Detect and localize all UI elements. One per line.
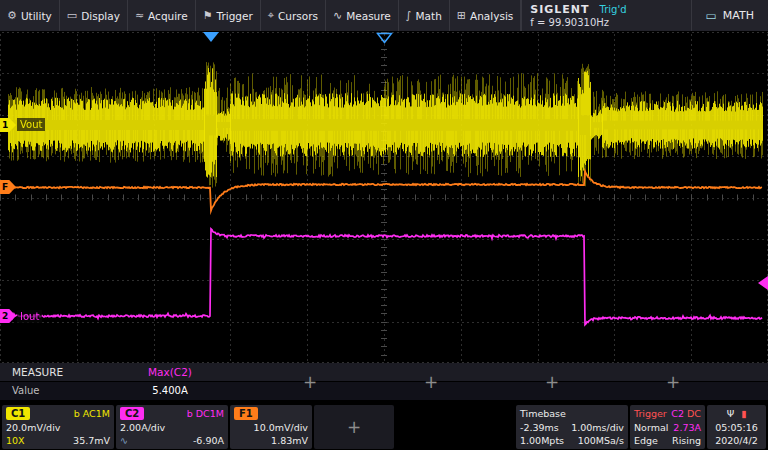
trigger-frequency: f = 99.90310Hz [530, 17, 626, 28]
channel2-panel[interactable]: C2 b DC1M 2.00A/div ∿ -6.90A [116, 405, 228, 449]
measure-panel: MEASURE Value Max(C2) 5.400A + + + + [0, 363, 768, 400]
timebase-scale: 1.00ms/div [571, 421, 624, 434]
trigger-title: Trigger [634, 407, 667, 420]
display-icon: ▭ [67, 9, 77, 22]
menu-item-label: Measure [346, 10, 391, 22]
trigger-mode: Normal [634, 421, 668, 434]
channel1-label: Vout [17, 118, 45, 131]
measure-col-header[interactable]: Max(C2) [110, 366, 230, 378]
menu-item-display[interactable]: ▭ Display [60, 0, 128, 31]
measure-add-slot[interactable]: + [492, 363, 612, 400]
trigger-source: C2 [671, 408, 684, 419]
brand-status-box: SIGLENT Trig'd f = 99.90310Hz [521, 0, 634, 31]
menu-item-label: Acquire [148, 10, 188, 22]
menu-item-math[interactable]: ∫ Math [399, 0, 450, 31]
math-button-label: MATH [723, 9, 754, 22]
add-channel-tile[interactable]: + [314, 405, 394, 449]
c1-scale: 20.0mV/div [6, 421, 60, 434]
status-panel: Ψ ▮ 05:05:16 2020/4/2 [707, 405, 766, 449]
c1-badge: C1 [6, 407, 30, 420]
clock-time: 05:05:16 [715, 421, 758, 434]
menu-item-cursors[interactable]: ⌖ Cursors [261, 0, 326, 31]
measure-icon: ∿ [333, 9, 342, 22]
c2-badge: C2 [120, 407, 144, 420]
c2-coupling: DC1M [196, 408, 224, 419]
menu-item-analysis[interactable]: ⊞ Analysis [450, 0, 521, 31]
trigger-coupling: DC [687, 408, 701, 419]
menu-item-label: Utility [21, 10, 52, 22]
menu-item-label: Analysis [470, 10, 513, 22]
timebase-delay: -2.39ms [520, 421, 559, 434]
c2-offset-value: -6.90A [193, 434, 224, 447]
math-icon: ∫ [406, 9, 412, 22]
c2-bw-indicator: b [187, 408, 193, 419]
math-display-icon: ▭ [706, 9, 717, 23]
measure-add-slot[interactable]: + [250, 363, 370, 400]
measure-add-slot[interactable]: + [613, 363, 733, 400]
cursors-icon: ⌖ [268, 9, 274, 22]
f1-offset-value: 1.83mV [271, 434, 308, 447]
menu-item-label: Cursors [278, 10, 318, 22]
plus-icon: + [347, 417, 361, 437]
c1-probe: 10X [6, 434, 25, 447]
trigger-slope: Rising [672, 434, 701, 447]
menu-bar: ⚙ Utility ▭ Display ≈ Acquire ⚑ Trigger … [0, 0, 768, 32]
usb-icon: Ψ [727, 407, 734, 420]
menu-item-label: Math [416, 10, 442, 22]
waveform-area: 1 Vout F 2 Iout [0, 32, 768, 363]
bottom-bar: C1 b AC1M 20.0mV/div 10X 35.7mV C2 b DC1… [0, 404, 768, 450]
trigger-panel[interactable]: Trigger C2 DC Normal 2.73A Edge Rising [630, 405, 705, 449]
oscilloscope-screen: ⚙ Utility ▭ Display ≈ Acquire ⚑ Trigger … [0, 0, 768, 450]
measure-col-value: 5.400A [110, 385, 230, 396]
channel1-panel[interactable]: C1 b AC1M 20.0mV/div 10X 35.7mV [2, 405, 114, 449]
menu-item-trigger[interactable]: ⚑ Trigger [196, 0, 261, 31]
channel2-label: Iout [17, 310, 42, 323]
measure-add-slot[interactable]: + [371, 363, 491, 400]
brand-logo: SIGLENT [530, 3, 589, 16]
f1-badge: F1 [234, 407, 258, 420]
analysis-icon: ⊞ [457, 9, 466, 22]
c1-offset-value: 35.7mV [73, 434, 110, 447]
trigger-position-marker[interactable] [203, 32, 219, 42]
trigger-status: Trig'd [600, 4, 627, 15]
menu-item-label: Trigger [217, 10, 253, 22]
waveform-canvas [0, 32, 768, 363]
c1-bw-indicator: b [74, 408, 80, 419]
menu-item-label: Display [81, 10, 120, 22]
timebase-samplerate: 100MSa/s [578, 434, 624, 447]
record-icon: ▮ [741, 407, 746, 420]
c2-scale: 2.00A/div [120, 421, 165, 434]
clock-date: 2020/4/2 [715, 434, 758, 447]
f1-scale: 10.0mV/div [254, 421, 308, 434]
acquire-icon: ≈ [135, 9, 144, 22]
measure-title: MEASURE [12, 366, 63, 378]
timebase-memory: 1.00Mpts [520, 434, 564, 447]
trigger-level: 2.73A [673, 421, 701, 434]
f1-panel[interactable]: F1 10.0mV/div 1.83mV [230, 405, 312, 449]
timebase-title: Timebase [520, 407, 566, 420]
trigger-flag-icon: ⚑ [203, 9, 213, 22]
math-button[interactable]: ▭ MATH [691, 0, 768, 31]
c2-offset-icon: ∿ [120, 434, 128, 447]
trigger-type: Edge [634, 434, 658, 447]
menu-item-measure[interactable]: ∿ Measure [326, 0, 399, 31]
menu-item-acquire[interactable]: ≈ Acquire [128, 0, 196, 31]
timebase-panel[interactable]: Timebase -2.39ms 1.00ms/div 1.00Mpts 100… [516, 405, 628, 449]
trigger-delay-marker[interactable] [376, 32, 393, 44]
menu-item-utility[interactable]: ⚙ Utility [0, 0, 60, 31]
utility-icon: ⚙ [7, 9, 17, 22]
c1-coupling: AC1M [83, 408, 110, 419]
measure-row-label: Value [12, 385, 39, 396]
